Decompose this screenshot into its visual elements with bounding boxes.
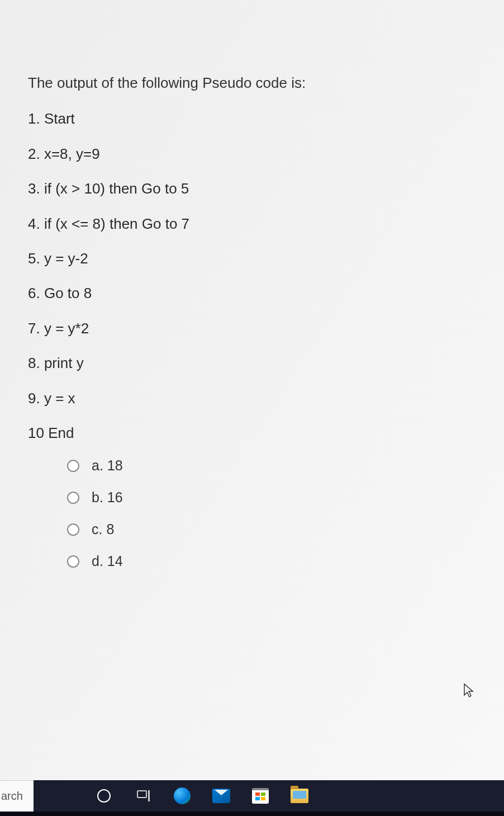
file-explorer-icon[interactable] bbox=[291, 787, 308, 805]
option-label: c. 8 bbox=[92, 521, 114, 537]
store-icon[interactable] bbox=[251, 787, 269, 805]
option-d[interactable]: d. 14 bbox=[67, 553, 482, 569]
cursor-icon bbox=[463, 683, 476, 699]
code-line: 9. y = x bbox=[28, 388, 482, 408]
search-text: arch bbox=[1, 790, 23, 803]
option-b[interactable]: b. 16 bbox=[67, 489, 482, 506]
mail-icon[interactable] bbox=[212, 787, 230, 805]
radio-icon bbox=[67, 492, 79, 504]
taskbar-icons bbox=[34, 780, 504, 812]
code-line: 2. x=8, y=9 bbox=[28, 144, 482, 164]
code-line: 7. y = y*2 bbox=[28, 318, 482, 338]
code-line: 8. print y bbox=[28, 353, 482, 373]
question-content: The output of the following Pseudo code … bbox=[0, 0, 504, 780]
task-view-icon[interactable] bbox=[134, 787, 152, 805]
code-line: 10 End bbox=[28, 423, 482, 443]
code-line: 1. Start bbox=[28, 109, 482, 129]
option-label: d. 14 bbox=[92, 553, 123, 569]
option-label: a. 18 bbox=[92, 457, 123, 474]
question-prompt: The output of the following Pseudo code … bbox=[28, 73, 482, 93]
screen-edge bbox=[0, 812, 504, 816]
code-line: 4. if (x <= 8) then Go to 7 bbox=[28, 214, 482, 234]
cortana-icon[interactable] bbox=[95, 787, 113, 805]
option-c[interactable]: c. 8 bbox=[67, 521, 482, 537]
taskbar: arch bbox=[0, 780, 504, 812]
radio-icon bbox=[67, 555, 79, 568]
radio-icon bbox=[67, 523, 79, 536]
options-list: a. 18 b. 16 c. 8 d. 14 bbox=[28, 457, 482, 569]
code-line: 5. y = y-2 bbox=[28, 248, 482, 268]
radio-icon bbox=[67, 460, 79, 472]
option-label: b. 16 bbox=[92, 489, 123, 506]
option-a[interactable]: a. 18 bbox=[67, 457, 482, 474]
code-line: 6. Go to 8 bbox=[28, 283, 482, 303]
code-line: 3. if (x > 10) then Go to 5 bbox=[28, 178, 482, 199]
search-box[interactable]: arch bbox=[0, 780, 34, 812]
edge-icon[interactable] bbox=[173, 787, 191, 805]
